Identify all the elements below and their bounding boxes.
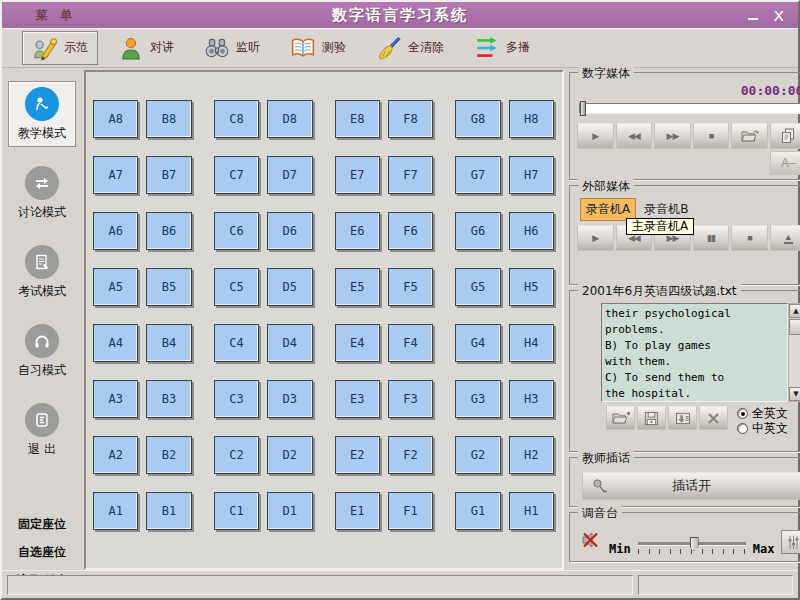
sidebar-item-exit[interactable]: 退 出 — [8, 397, 76, 463]
seat-button-d8[interactable]: D8 — [267, 100, 312, 138]
seat-button-h8[interactable]: H8 — [509, 100, 554, 138]
seat-button-e4[interactable]: E4 — [335, 324, 380, 362]
save-button[interactable] — [637, 406, 666, 430]
seat-button-g4[interactable]: G4 — [455, 324, 500, 362]
open-text-button[interactable] — [606, 406, 635, 430]
toolbar-button-quiz[interactable]: 测验 — [280, 31, 356, 65]
seat-button-f5[interactable]: F5 — [388, 268, 433, 306]
seat-button-c8[interactable]: C8 — [214, 100, 259, 138]
mute-speaker-icon[interactable] — [580, 529, 602, 554]
delete-text-button[interactable] — [699, 406, 728, 430]
seat-button-a7[interactable]: A7 — [93, 156, 138, 194]
seat-button-d2[interactable]: D2 — [267, 436, 312, 474]
seat-button-d5[interactable]: D5 — [267, 268, 312, 306]
scroll-up-icon[interactable]: ▲ — [789, 304, 800, 318]
toolbar-button-intercom[interactable]: 对讲 — [108, 31, 184, 65]
rewind-button[interactable]: ◀◀ — [616, 123, 653, 149]
seat-button-h2[interactable]: H2 — [509, 436, 554, 474]
radio-chinese-english[interactable]: 中英文 — [737, 421, 788, 436]
seat-button-e7[interactable]: E7 — [335, 156, 380, 194]
minimize-button[interactable] — [748, 18, 758, 20]
seat-button-f1[interactable]: F1 — [388, 492, 433, 530]
mixer-panel-button[interactable] — [781, 530, 800, 554]
seat-button-a4[interactable]: A4 — [93, 324, 138, 362]
seat-button-h3[interactable]: H3 — [509, 380, 554, 418]
import-text-button[interactable] — [668, 406, 697, 430]
interject-button[interactable]: 插话开 — [582, 472, 800, 500]
volume-track[interactable] — [638, 542, 746, 546]
seat-button-e8[interactable]: E8 — [335, 100, 380, 138]
sidebar-item-exam-mode[interactable]: 考试模式 — [8, 239, 76, 305]
font-button[interactable]: A– — [770, 151, 800, 175]
seat-button-d3[interactable]: D3 — [267, 380, 312, 418]
seat-button-e6[interactable]: E6 — [335, 212, 380, 250]
seat-button-b8[interactable]: B8 — [146, 100, 191, 138]
toolbar-button-monitor[interactable]: 监听 — [194, 31, 270, 65]
seat-button-f7[interactable]: F7 — [388, 156, 433, 194]
seat-button-a5[interactable]: A5 — [93, 268, 138, 306]
seat-button-b5[interactable]: B5 — [146, 268, 191, 306]
seat-button-c6[interactable]: C6 — [214, 212, 259, 250]
seat-button-b7[interactable]: B7 — [146, 156, 191, 194]
seat-button-c4[interactable]: C4 — [214, 324, 259, 362]
seat-button-g5[interactable]: G5 — [455, 268, 500, 306]
seat-button-c7[interactable]: C7 — [214, 156, 259, 194]
fast-forward-button[interactable]: ▶▶ — [654, 123, 691, 149]
seat-button-b3[interactable]: B3 — [146, 380, 191, 418]
sidebar-link-free-seat[interactable]: 自选座位 — [16, 538, 68, 566]
sidebar-link-fixed-seat[interactable]: 固定座位 — [16, 510, 68, 538]
seat-button-h4[interactable]: H4 — [509, 324, 554, 362]
seat-button-g6[interactable]: G6 — [455, 212, 500, 250]
seat-button-e3[interactable]: E3 — [335, 380, 380, 418]
seat-button-a2[interactable]: A2 — [93, 436, 138, 474]
seat-button-h1[interactable]: H1 — [509, 492, 554, 530]
text-scrollbar[interactable]: ▲ ▼ — [788, 303, 800, 402]
seat-button-a6[interactable]: A6 — [93, 212, 138, 250]
play-button[interactable]: ▶ — [577, 123, 614, 149]
media-progress-thumb[interactable] — [580, 101, 586, 116]
seat-button-h6[interactable]: H6 — [509, 212, 554, 250]
seat-button-f2[interactable]: F2 — [388, 436, 433, 474]
seat-button-c5[interactable]: C5 — [214, 268, 259, 306]
sidebar-item-discussion-mode[interactable]: 讨论模式 — [8, 160, 76, 226]
seat-button-b6[interactable]: B6 — [146, 212, 191, 250]
toolbar-button-multicast[interactable]: 多播 — [464, 31, 540, 65]
ext-play-button[interactable]: ▶ — [577, 225, 614, 251]
seat-button-d7[interactable]: D7 — [267, 156, 312, 194]
seat-button-a3[interactable]: A3 — [93, 380, 138, 418]
seat-button-d1[interactable]: D1 — [267, 492, 312, 530]
text-content[interactable]: their psychological problems. B) To play… — [601, 303, 788, 402]
seat-button-b2[interactable]: B2 — [146, 436, 191, 474]
stop-button[interactable]: ■ — [693, 123, 730, 149]
ext-eject-button[interactable]: ▲ — [770, 225, 800, 251]
seat-button-g3[interactable]: G3 — [455, 380, 500, 418]
open-file-button[interactable] — [731, 123, 768, 149]
scroll-thumb[interactable] — [789, 319, 800, 335]
seat-button-b1[interactable]: B1 — [146, 492, 191, 530]
toolbar-button-demo[interactable]: 示范 — [22, 31, 98, 65]
sidebar-item-self-study-mode[interactable]: 自习模式 — [8, 318, 76, 384]
seat-button-c2[interactable]: C2 — [214, 436, 259, 474]
seat-button-c1[interactable]: C1 — [214, 492, 259, 530]
close-button[interactable]: X — [774, 10, 785, 22]
ext-stop-button[interactable]: ■ — [731, 225, 768, 251]
media-progress-slider[interactable] — [579, 103, 800, 114]
volume-slider[interactable] — [638, 542, 746, 554]
toolbar-button-clear-all[interactable]: 全清除 — [366, 31, 454, 65]
seat-button-a8[interactable]: A8 — [93, 100, 138, 138]
seat-button-h7[interactable]: H7 — [509, 156, 554, 194]
scroll-track[interactable] — [789, 318, 800, 387]
seat-button-g8[interactable]: G8 — [455, 100, 500, 138]
radio-all-english[interactable]: 全英文 — [737, 406, 788, 421]
seat-button-f8[interactable]: F8 — [388, 100, 433, 138]
seat-button-g1[interactable]: G1 — [455, 492, 500, 530]
seat-button-e1[interactable]: E1 — [335, 492, 380, 530]
seat-button-f6[interactable]: F6 — [388, 212, 433, 250]
seat-button-h5[interactable]: H5 — [509, 268, 554, 306]
ext-pause-button[interactable]: ▮▮ — [693, 225, 730, 251]
seat-button-c3[interactable]: C3 — [214, 380, 259, 418]
scroll-down-icon[interactable]: ▼ — [789, 387, 800, 401]
seat-button-b4[interactable]: B4 — [146, 324, 191, 362]
seat-button-d4[interactable]: D4 — [267, 324, 312, 362]
tab-recorder-b[interactable]: 录音机B — [636, 199, 696, 220]
